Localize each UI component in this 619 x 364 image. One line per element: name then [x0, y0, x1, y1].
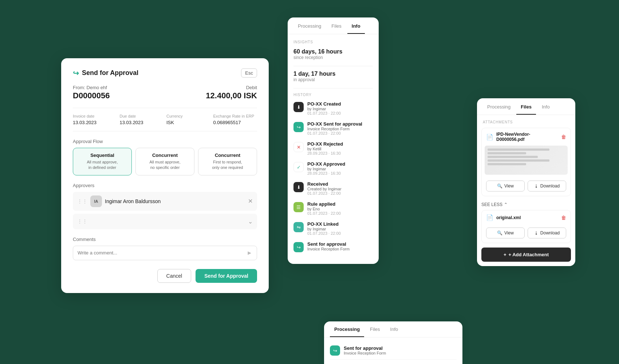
due-date-value: 13.03.2023 [120, 120, 164, 125]
add-attachment-label: + Add Attachment [508, 252, 549, 257]
cancel-button[interactable]: Cancel [157, 269, 192, 283]
history-item-rejected: ✕ PO-XX Rejected by Ketill 28.09.2023 · … [293, 141, 373, 155]
history-icon-approved: ✓ [293, 162, 304, 172]
attachments-label: ATTACHMENTS [483, 120, 569, 124]
pdf-file-name: IPD-NewVendor-D0000056.pdf [496, 132, 558, 142]
history-item-received: ⬇ Received Created by Ingimar 01.07.2023… [293, 181, 373, 195]
xml-download-icon: ⭳ [534, 230, 539, 236]
detail-invoice-date: Invoice date 13.03.2023 [73, 114, 117, 125]
history-item-sent-approval: ↪ Sent for approval Invoice Reception Fo… [293, 241, 373, 252]
sequential-title: Sequential [77, 153, 128, 158]
concurrent-all-title: Concurrent [139, 153, 190, 158]
pdf-delete-icon[interactable]: 🗑 [561, 134, 566, 140]
xml-download-label: Download [540, 230, 560, 236]
history-date-created: 01.07.2023 · 22:00 [307, 111, 341, 115]
insight2-value: 1 day, 17 hours [293, 71, 373, 77]
files-tab-processing[interactable]: Processing [483, 98, 515, 115]
concurrent-first-desc: First to respond,only one required [202, 159, 253, 171]
info-panel-body: INSIGHTS 60 days, 16 hours since recepti… [288, 34, 379, 264]
history-date-received: 01.07.2023 · 22:00 [307, 191, 342, 195]
comments-section: Comments ► [73, 237, 257, 260]
flow-options: Sequential All must approve,in defined o… [73, 148, 257, 175]
history-icon-rejected: ✕ [293, 142, 304, 152]
history-sub-sent-approval: Invoice Reception Form [307, 247, 350, 251]
invoice-amount: 12.400,00 ISK [206, 91, 257, 100]
history-title-approved: PO-XX Approved [307, 161, 345, 167]
insight2-sub: in approval [293, 77, 373, 82]
insights-label: INSIGHTS [293, 40, 373, 44]
invoice-id: D0000056 [73, 91, 206, 100]
esc-button[interactable]: Esc [241, 68, 257, 78]
see-less-button[interactable]: SEE LESS ⌃ [477, 201, 575, 210]
add-attachment-button[interactable]: + + Add Attachment [481, 248, 571, 262]
xml-file-icon: 📄 [486, 214, 493, 221]
approver-empty-row[interactable]: ⋮⋮ ⌄ [73, 214, 257, 229]
history-icon-sent-approval: ↪ [293, 242, 304, 252]
files-tab-files[interactable]: Files [516, 98, 536, 115]
chevron-up-icon: ⌃ [504, 202, 508, 207]
tab-files[interactable]: Files [327, 17, 346, 34]
history-sub-rule: by Eno [307, 207, 341, 211]
proc-sub: Invoice Reception Form [344, 351, 386, 355]
detail-due-date: Due date 13.03.2023 [120, 114, 164, 125]
comment-input[interactable] [78, 250, 247, 256]
xml-actions: 🔍 View ⭳ Download [482, 225, 571, 243]
files-tab-info[interactable]: Info [537, 98, 554, 115]
history-date-rule: 01.07.2023 · 22:00 [307, 211, 341, 215]
pdf-download-button[interactable]: ⭳ Download [528, 181, 566, 191]
exchange-value: 0.068965517 [213, 120, 257, 125]
invoice-info: From: Demo ehf D0000056 Debit 12.400,00 … [73, 85, 257, 100]
send-comment-icon[interactable]: ► [247, 250, 252, 256]
approver-avatar: IA [90, 195, 102, 207]
proc-content: Sent for approval Invoice Reception Form [344, 345, 386, 355]
comments-label: Comments [73, 237, 257, 242]
approvers-label: Approvers [73, 183, 257, 188]
attachment-xml: 📄 original.xml 🗑 🔍 View ⭳ Download [481, 210, 571, 243]
tab-info[interactable]: Info [347, 17, 365, 34]
files-panel-tabs: Processing Files Info [477, 98, 575, 115]
proc-tab-info[interactable]: Info [386, 321, 403, 337]
history-icon-rule: ☰ [293, 202, 304, 212]
tab-processing[interactable]: Processing [293, 17, 326, 34]
debit-label: Debit [206, 85, 257, 90]
xml-view-button[interactable]: 🔍 View [486, 228, 525, 238]
processing-bottom-tabs: Processing Files Info [324, 321, 462, 337]
drag-handle-icon[interactable]: ⋮⋮ [77, 198, 87, 204]
drag-handle-empty-icon: ⋮⋮ [77, 218, 87, 224]
xml-download-button[interactable]: ⭳ Download [528, 228, 566, 238]
proc-history-item: ↪ Sent for approval Invoice Reception Fo… [330, 342, 457, 360]
send-for-approval-button[interactable]: Send for Approval [196, 269, 257, 283]
proc-icon: ↪ [330, 345, 340, 356]
invoice-date-label: Invoice date [73, 114, 117, 118]
approver-dropdown-button[interactable]: ⌄ [248, 218, 253, 225]
xml-delete-icon[interactable]: 🗑 [561, 215, 566, 221]
invoice-date-value: 13.03.2023 [73, 120, 117, 125]
flow-option-sequential[interactable]: Sequential All must approve,in defined o… [73, 148, 132, 175]
attachment-xml-header: 📄 original.xml 🗑 [482, 210, 571, 225]
proc-tab-processing[interactable]: Processing [330, 321, 364, 337]
approvers-section: Approvers ⋮⋮ IA Ingimar Aron Baldursson … [73, 183, 257, 229]
insight-since-reception: 60 days, 16 hours since reception [293, 48, 373, 60]
download-icon: ⭳ [534, 183, 539, 189]
send-icon: ↪ [73, 69, 79, 78]
proc-tab-files[interactable]: Files [366, 321, 384, 337]
see-less-label: SEE LESS [481, 202, 502, 207]
history-item-sent: ↪ PO-XX Sent for approval Invoice Recept… [293, 121, 373, 135]
xml-view-icon: 🔍 [497, 230, 502, 236]
info-panel: Processing Files Info INSIGHTS 60 days, … [288, 17, 379, 264]
xml-file-name: original.xml [496, 215, 558, 220]
add-icon: + [504, 252, 506, 257]
remove-approver-button[interactable]: ✕ [248, 198, 253, 205]
flow-option-concurrent-first[interactable]: Concurrent First to respond,only one req… [198, 148, 257, 175]
pdf-view-button[interactable]: 🔍 View [486, 181, 525, 191]
invoice-from: From: Demo ehf D0000056 [73, 85, 206, 100]
history-sub-sent: Invoice Reception Form [307, 127, 362, 131]
send-for-approval-modal: ↪ Send for Approval Esc From: Demo ehf D… [61, 58, 269, 293]
flow-option-concurrent-all[interactable]: Concurrent All must approve,no specific … [135, 148, 194, 175]
history-sub-created: by Ingimar [307, 107, 341, 111]
xml-view-label: View [504, 230, 514, 236]
proc-title: Sent for approval [344, 345, 386, 351]
attachment-pdf-header: 📄 IPD-NewVendor-D0000056.pdf 🗑 [482, 128, 571, 146]
pdf-download-label: Download [540, 183, 560, 189]
history-title-rejected: PO-XX Rejected [307, 141, 343, 147]
